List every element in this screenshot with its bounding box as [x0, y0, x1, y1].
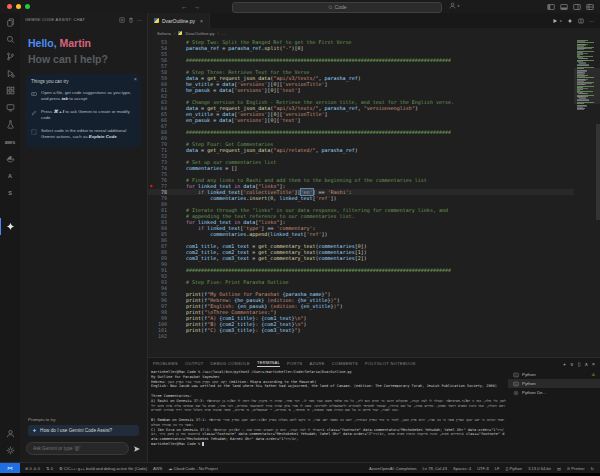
activity-docker-icon[interactable] — [0, 150, 20, 167]
split-editor-icon[interactable] — [578, 18, 584, 24]
minimap-slider[interactable] — [574, 68, 600, 104]
search-label: Code — [335, 4, 347, 10]
status-sync-icon[interactable]: ↻ — [591, 466, 594, 471]
bottom-panel: PROBLEMSOUTPUTDEBUG CONSOLETERMINALPORTS… — [148, 357, 600, 462]
panel-tab-ports[interactable]: PORTS — [287, 361, 302, 366]
greeting-name: Martin — [57, 37, 91, 49]
activity-settings-icon[interactable] — [0, 442, 20, 459]
gemini-chat-input[interactable] — [26, 442, 129, 455]
trash-icon[interactable] — [128, 17, 134, 23]
card-close-icon[interactable]: × — [134, 76, 137, 82]
status-problems[interactable]: ⊗ 0 ⚠ 0 — [25, 466, 40, 471]
tip-item: Open a file, get code suggestions as you… — [31, 90, 136, 103]
chevron-right-icon: › — [217, 31, 218, 36]
pencil-icon — [31, 110, 37, 122]
activity-gemini-code-assist-icon[interactable] — [0, 218, 20, 235]
send-icon[interactable] — [133, 445, 141, 453]
panel-action-icon[interactable]: + — [563, 361, 566, 367]
back-icon[interactable]: ← — [181, 3, 188, 10]
status-cpp-build-task[interactable]: ⚙ C/C++: g++ build and debug active file… — [59, 466, 147, 471]
customize-layout-icon[interactable] — [586, 3, 594, 11]
editor-scrollbar[interactable] — [596, 124, 600, 220]
python-file-icon — [154, 18, 159, 23]
status-cursor-position[interactable]: Ln 78, Col 43 — [423, 466, 447, 471]
panel-tab-problems[interactable]: PROBLEMS — [153, 361, 178, 366]
panel-action-icon[interactable]: × — [592, 361, 595, 367]
status-eol[interactable]: LF — [495, 466, 500, 471]
tab-dvaroutline[interactable]: DvarOutline.py × — [148, 13, 210, 28]
zoom-window-button[interactable] — [25, 4, 30, 9]
terminal-line: B) Ramban on Genesis 37:1: <b>וישב יעקב … — [151, 418, 506, 428]
remote-indicator[interactable]: >< — [0, 463, 20, 473]
gemini-sparkle-icon[interactable] — [567, 18, 573, 24]
tab-key-icon — [31, 91, 37, 103]
terminal-line: martinheller@Mac Code % — [151, 442, 506, 447]
things-to-try-card: Things you can try × Open a file, get co… — [26, 74, 141, 147]
status-indentation[interactable]: Spaces: 4 — [453, 466, 471, 471]
code-editor[interactable]: 53 # Step Two: Split the Ranged Ref to g… — [148, 38, 600, 357]
status-language-mode[interactable]: {} Python — [506, 466, 523, 471]
panel-tab-output[interactable]: OUTPUT — [185, 361, 204, 366]
tab-label: DvarOutline.py — [162, 18, 195, 24]
minimize-window-button[interactable] — [16, 4, 21, 9]
status-ports[interactable]: ⇅ 0 — [46, 466, 53, 471]
new-chat-icon[interactable] — [119, 17, 125, 23]
terminal-line: A) Rashi on Genesis 37:3: <b>בן זקנים.</… — [151, 399, 506, 413]
activity-source-control-icon[interactable] — [0, 48, 20, 65]
toggle-secondary-sidebar-icon[interactable] — [573, 3, 581, 11]
titlebar-account-button[interactable]: ∨ — [449, 2, 460, 9]
activity-sourcery[interactable]: S — [0, 184, 20, 201]
status-aws[interactable]: AWS — [153, 466, 162, 471]
editor-more-actions-icon[interactable]: ··· — [589, 18, 594, 24]
terminal-list-item[interactable]: Python⚠ — [508, 370, 600, 379]
tab-close-icon[interactable]: × — [200, 18, 203, 24]
breadcrumb-symbol[interactable]: ... — [222, 31, 226, 36]
line-number: 102 — [154, 333, 167, 339]
terminal-output[interactable]: martinheller@Mac Code % /usr/local/bin/p… — [151, 370, 506, 462]
terminal-list-item[interactable]: Python De... — [508, 388, 600, 397]
activity-search-icon[interactable] — [0, 31, 20, 48]
activity-accounts-icon[interactable] — [0, 425, 20, 442]
chat-more-actions-icon[interactable]: ··· — [137, 17, 142, 23]
close-window-button[interactable] — [7, 4, 12, 9]
chat-panel-title: GEMINI CODE ASSIST: CHAT — [25, 17, 119, 22]
terminal-line: C) Ibn Ezra on Genesis 37:3: <b>בן זקנים… — [151, 428, 506, 442]
activity-code-tools[interactable] — [0, 201, 20, 218]
terminal-list-label: Python — [522, 381, 536, 386]
forward-icon[interactable]: → — [194, 3, 201, 10]
activity-extensions-icon[interactable] — [0, 82, 20, 99]
panel-tab-polyglot-notebook[interactable]: POLYGLOT NOTEBOOK — [365, 361, 416, 366]
toggle-sidebar-icon[interactable] — [547, 3, 555, 11]
warning-icon: ⚠ — [591, 372, 595, 377]
panel-tab-bar: PROBLEMSOUTPUTDEBUG CONSOLETERMINALPORTS… — [148, 358, 600, 369]
panel-tab-debug-console[interactable]: DEBUG CONSOLE — [211, 361, 250, 366]
panel-tab-comments[interactable]: COMMENTS — [332, 361, 358, 366]
command-center-search[interactable]: Code — [232, 2, 442, 13]
status-python-version[interactable]: 3.13.0 64-bit — [528, 466, 551, 471]
prompt-suggestion-chip[interactable]: How do I use Gemini Code Assist? — [28, 425, 139, 436]
panel-tab-azure[interactable]: AZURE — [310, 361, 325, 366]
activity-remote-explorer-icon[interactable] — [0, 99, 20, 116]
status-prettier[interactable]: ⊘ Prettier — [567, 466, 585, 471]
code-line[interactable]: 102 — [148, 333, 574, 339]
run-python-file-button[interactable]: ∨ — [552, 18, 562, 24]
activity-azure[interactable]: A — [0, 167, 20, 184]
activity-aws-toolkit[interactable]: aws — [0, 133, 20, 150]
terminal-list-item[interactable]: Python — [508, 379, 600, 388]
status-keyboard-icon[interactable]: ▤ — [557, 466, 561, 471]
activity-run-and-debug-icon[interactable] — [0, 65, 20, 82]
prompts-to-try-label: Prompts to try — [28, 417, 139, 422]
toggle-panel-icon[interactable] — [560, 3, 568, 11]
panel-action-icon[interactable]: ▯ — [578, 361, 581, 367]
activity-testing-icon[interactable] — [0, 116, 20, 133]
breadcrumb-folder[interactable]: Sefaria — [157, 31, 171, 36]
panel-action-icon[interactable]: ∨ — [570, 361, 574, 367]
status-encoding[interactable]: UTF-8 — [477, 466, 489, 471]
status-cloud-code[interactable]: ☁ Cloud Code - No Project — [168, 466, 218, 471]
activity-explorer-icon[interactable] — [0, 14, 20, 31]
panel-tab-terminal[interactable]: TERMINAL — [257, 360, 280, 367]
chevron-down-icon: ∨ — [457, 3, 460, 8]
status-azure-openai[interactable]: AzureOpenAI: Completion — [369, 466, 417, 471]
breadcrumb-file[interactable]: DvarOutline.py — [185, 31, 214, 36]
panel-action-icon[interactable]: ∧ — [584, 361, 588, 367]
